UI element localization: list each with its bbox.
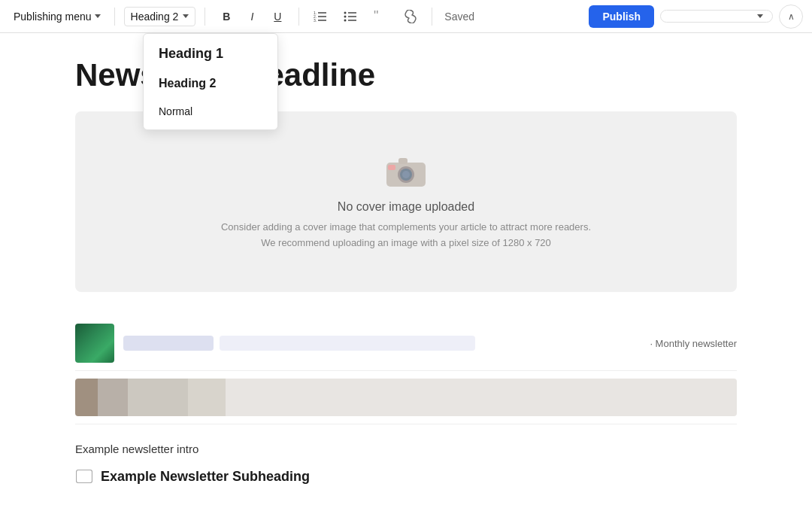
ordered-list-button[interactable]: 1. 2. 3. <box>308 5 332 28</box>
bold-button[interactable]: B <box>214 5 238 28</box>
svg-point-7 <box>344 15 347 17</box>
link-button[interactable] <box>398 5 423 28</box>
italic-button[interactable]: I <box>240 5 264 28</box>
cover-desc-1: Consider adding a cover image that compl… <box>221 220 591 236</box>
subheading-row: Example Newsletter Subheading <box>75 467 737 485</box>
article-item[interactable]: · Monthly newsletter <box>75 316 737 371</box>
article-item-2[interactable] <box>75 371 737 424</box>
heading-selector-label: Heading 2 <box>131 11 179 23</box>
article-meta <box>123 336 641 351</box>
underline-button[interactable]: U <box>265 5 289 28</box>
heading-dropdown: Heading 1 Heading 2 Normal <box>143 33 278 130</box>
cover-image-placeholder[interactable]: No cover image uploaded Consider adding … <box>75 111 737 292</box>
meta-bar-short <box>123 336 214 351</box>
link-icon <box>404 10 417 23</box>
thumbnail-image <box>75 324 114 363</box>
color-bar-3 <box>128 379 188 416</box>
ordered-list-icon: 1. 2. 3. <box>314 11 327 22</box>
svg-rect-18 <box>388 165 395 170</box>
article-tag: · Monthly newsletter <box>650 338 737 349</box>
color-bars <box>75 379 737 416</box>
content-area: Newsletter Headline No cover image uploa… <box>0 33 812 511</box>
cover-desc-2: We recommend uploading an image with a p… <box>261 236 551 251</box>
dropdown-heading2[interactable]: Heading 2 <box>144 69 277 98</box>
color-bar-5 <box>226 379 737 416</box>
meta-bar-long <box>220 336 475 351</box>
toolbar-divider-1 <box>114 8 115 26</box>
subheading-icon <box>75 467 93 485</box>
collapse-icon: ∧ <box>788 11 795 22</box>
svg-text:3.: 3. <box>314 18 317 22</box>
toolbar-divider-2 <box>205 8 205 26</box>
heading-selector[interactable]: Heading 2 <box>124 7 196 26</box>
collapse-button[interactable]: ∧ <box>779 5 803 29</box>
heading-chevron-icon <box>183 14 189 18</box>
svg-rect-17 <box>398 158 408 164</box>
cover-no-image-title: No cover image uploaded <box>338 200 474 214</box>
svg-rect-19 <box>77 470 92 483</box>
unordered-list-button[interactable] <box>338 5 362 28</box>
svg-text:": " <box>374 11 378 23</box>
color-bar-4 <box>188 379 226 416</box>
intro-text[interactable]: Example newsletter intro <box>75 443 737 455</box>
publish-button[interactable]: Publish <box>589 5 654 28</box>
publishing-menu-button[interactable]: Publishing menu <box>9 8 105 26</box>
color-bar-1 <box>75 379 98 416</box>
camera-icon <box>383 152 429 191</box>
subheading-text[interactable]: Example Newsletter Subheading <box>101 469 310 485</box>
toolbar: Publishing menu Heading 2 B I U 1. 2. 3. <box>0 0 812 33</box>
article-list: · Monthly newsletter <box>75 316 737 424</box>
toolbar-divider-4 <box>432 8 432 26</box>
dropdown-heading1[interactable]: Heading 1 <box>144 38 277 69</box>
blockquote-button[interactable]: " <box>368 5 392 28</box>
chevron-down-icon <box>95 14 101 18</box>
svg-point-16 <box>402 171 410 178</box>
toolbar-divider-3 <box>298 8 299 26</box>
color-bar-2 <box>98 379 128 416</box>
svg-point-8 <box>344 19 347 21</box>
audience-chevron-icon <box>757 14 763 18</box>
unordered-list-icon <box>344 11 357 22</box>
dropdown-normal[interactable]: Normal <box>144 98 277 125</box>
saved-status: Saved <box>444 11 474 23</box>
svg-point-6 <box>344 11 347 14</box>
publishing-menu-label: Publishing menu <box>14 11 92 23</box>
format-buttons: B I U <box>214 5 289 28</box>
audience-selector[interactable] <box>660 10 773 23</box>
blockquote-icon: " <box>374 11 387 23</box>
article-thumbnail <box>75 324 114 363</box>
